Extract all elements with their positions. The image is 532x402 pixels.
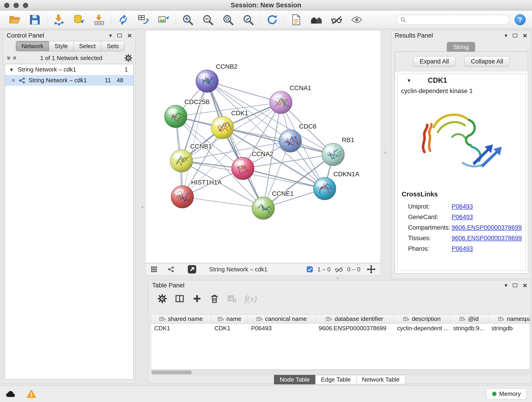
crosslink-link[interactable]: P06493 bbox=[452, 203, 473, 210]
panel-float-icon[interactable]: ▾ bbox=[109, 32, 112, 39]
network-node-CCNA1[interactable]: CCNA1 bbox=[270, 84, 311, 114]
network-row-selected[interactable]: String Network – cdk1 11 48 bbox=[5, 75, 133, 86]
panel-maximize-icon[interactable] bbox=[513, 283, 517, 287]
import-table-button[interactable] bbox=[89, 11, 109, 29]
tab-edge-table[interactable]: Edge Table bbox=[315, 375, 356, 384]
network-node-CCNE1[interactable]: CCNE1 bbox=[252, 190, 294, 219]
network-options-gear-icon[interactable] bbox=[124, 54, 132, 62]
network-node-CDK1[interactable]: CDK1 bbox=[211, 109, 248, 139]
window-close-button[interactable] bbox=[4, 3, 9, 8]
control-panel-tabs: NetworkStyleSelectSets bbox=[16, 41, 124, 51]
tab-network-table[interactable]: Network Table bbox=[356, 375, 405, 384]
scrollbar-thumb[interactable] bbox=[152, 370, 192, 374]
column-header-@id[interactable]: @id bbox=[450, 314, 488, 324]
protein-entry-header[interactable]: ▾ CDK1 bbox=[398, 74, 525, 87]
warning-icon[interactable] bbox=[27, 389, 36, 398]
crosslink-link[interactable]: 9606.ENSP00000378699 bbox=[452, 235, 522, 242]
memory-button[interactable]: Memory bbox=[486, 388, 526, 400]
table-row[interactable]: CDK1CDK1P064939606.ENSP00000378699cyclin… bbox=[151, 324, 530, 333]
network-view[interactable]: CCNB2CCNA1CDC25BCDK1CDC6RB1CCNB1CCNA2CDK… bbox=[145, 30, 381, 263]
network-node-label: CDC25B bbox=[184, 98, 210, 105]
crosslink-label: Pharos: bbox=[408, 245, 452, 252]
search-input[interactable] bbox=[409, 16, 506, 23]
column-header-namespace[interactable]: namespace bbox=[488, 314, 530, 324]
tab-style[interactable]: Style bbox=[49, 41, 74, 51]
network-node-HIST1H1A[interactable]: HIST1H1A bbox=[171, 179, 222, 208]
network-node-label: CCNA2 bbox=[252, 150, 273, 157]
column-header-canonical-name[interactable]: canonical name bbox=[248, 314, 316, 324]
zoom-out-button[interactable] bbox=[198, 11, 218, 29]
column-header-shared-name[interactable]: shared name bbox=[151, 314, 211, 324]
detach-view-icon[interactable] bbox=[187, 264, 197, 274]
delete-column-trash-icon[interactable] bbox=[210, 294, 219, 303]
horizontal-splitter-handle[interactable] bbox=[336, 277, 339, 279]
network-edge[interactable] bbox=[207, 81, 263, 208]
panel-float-icon[interactable]: ▾ bbox=[505, 282, 507, 288]
zoom-selected-button[interactable] bbox=[238, 11, 258, 29]
show-graphics-details-button[interactable] bbox=[347, 11, 367, 29]
panel-close-icon[interactable]: × bbox=[523, 33, 527, 38]
panel-close-icon[interactable]: × bbox=[523, 283, 527, 288]
import-network-file-button[interactable] bbox=[49, 11, 69, 29]
open-session-button[interactable] bbox=[5, 11, 25, 29]
network-node-RB1[interactable]: RB1 bbox=[322, 136, 354, 166]
panel-maximize-icon[interactable] bbox=[117, 34, 122, 37]
snapshot-document-button[interactable] bbox=[286, 11, 306, 29]
crosslink-link[interactable]: 9606.ENSP00000378699 bbox=[452, 224, 522, 231]
zoom-in-button[interactable] bbox=[177, 11, 198, 29]
import-network-database-button[interactable] bbox=[69, 11, 89, 29]
hide-graphics-details-button[interactable] bbox=[326, 11, 347, 29]
export-image-button[interactable] bbox=[153, 11, 174, 29]
tree-expander-icon[interactable]: ▾ bbox=[10, 66, 18, 73]
apply-layout-button[interactable] bbox=[262, 11, 282, 29]
vertical-splitter-handle[interactable] bbox=[141, 206, 143, 208]
network-node-label: CCNB1 bbox=[190, 143, 212, 150]
toolbar-search-field[interactable] bbox=[396, 15, 510, 25]
panel-float-icon[interactable]: ▾ bbox=[505, 32, 507, 39]
entry-expander-icon[interactable]: ▾ bbox=[408, 77, 415, 84]
tab-sets[interactable]: Sets bbox=[101, 41, 124, 51]
column-header-description[interactable]: description bbox=[394, 314, 450, 324]
save-session-button[interactable] bbox=[25, 11, 45, 29]
network-node-CDKN1A[interactable]: CDKN1A bbox=[313, 171, 360, 200]
table-options-gear-icon[interactable] bbox=[158, 294, 167, 303]
expand-all-button[interactable]: Expand All bbox=[413, 56, 456, 67]
column-header-name[interactable]: name bbox=[211, 314, 248, 324]
hidden-elements-icon[interactable] bbox=[335, 266, 343, 273]
expand-all-icon[interactable]: « bbox=[11, 55, 19, 61]
tab-node-table[interactable]: Node Table bbox=[274, 375, 315, 384]
panel-maximize-icon[interactable] bbox=[513, 34, 517, 37]
panel-close-icon[interactable]: × bbox=[127, 33, 132, 38]
collapse-all-button[interactable]: Collapse All bbox=[464, 56, 510, 67]
network-edge[interactable] bbox=[182, 197, 263, 208]
column-header-database-identifier[interactable]: database identifier bbox=[316, 314, 394, 324]
grid-view-icon[interactable] bbox=[151, 266, 157, 273]
window-zoom-button[interactable] bbox=[23, 3, 28, 8]
tab-select[interactable]: Select bbox=[74, 41, 101, 51]
cloud-status-icon[interactable] bbox=[6, 390, 16, 398]
vertical-splitter-handle[interactable] bbox=[385, 152, 386, 153]
results-tab-string[interactable]: String bbox=[447, 42, 475, 52]
network-overview-icon[interactable] bbox=[167, 266, 174, 273]
network-graph[interactable]: CCNB2CCNA1CDC25BCDK1CDC6RB1CCNB1CCNA2CDK… bbox=[146, 31, 381, 263]
window-minimize-button[interactable] bbox=[13, 3, 19, 8]
network-edge[interactable] bbox=[207, 81, 281, 102]
zoom-fit-button[interactable] bbox=[218, 11, 238, 29]
birds-eye-view-button[interactable] bbox=[306, 11, 326, 29]
selected-checkbox-icon[interactable] bbox=[306, 266, 313, 273]
create-column-plus-icon[interactable] bbox=[192, 294, 202, 303]
clone-network-button[interactable] bbox=[113, 11, 133, 29]
column-sort-icon bbox=[159, 317, 166, 322]
show-columns-icon[interactable] bbox=[175, 294, 184, 303]
help-button[interactable]: ? bbox=[515, 14, 526, 25]
tab-network[interactable]: Network bbox=[16, 41, 49, 51]
traffic-lights bbox=[4, 0, 28, 11]
memory-label: Memory bbox=[499, 390, 521, 397]
network-collection-row[interactable]: ▾ String Network – cdk1 1 bbox=[5, 64, 133, 75]
crosslink-link[interactable]: P06493 bbox=[452, 214, 473, 221]
export-table-button[interactable] bbox=[133, 11, 153, 29]
table-horizontal-scrollbar[interactable] bbox=[151, 370, 530, 375]
protein-name: CDK1 bbox=[428, 76, 447, 85]
crosslink-link[interactable]: P06493 bbox=[452, 245, 473, 252]
fit-content-crosshair-icon[interactable] bbox=[367, 265, 375, 274]
